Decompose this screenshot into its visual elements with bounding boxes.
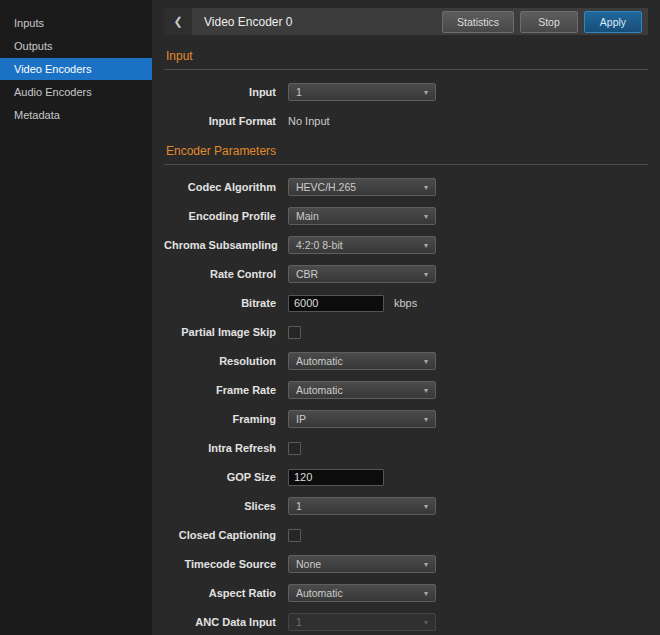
resolution-label: Resolution (164, 355, 276, 367)
input-row: Input 1 ▾ (164, 83, 648, 101)
codec-algorithm-select[interactable]: HEVC/H.265 ▾ (288, 178, 436, 196)
chevron-down-icon: ▾ (424, 560, 428, 569)
frame-rate-value: Automatic (296, 384, 343, 396)
timecode-source-value: None (296, 558, 321, 570)
chevron-down-icon: ▾ (424, 270, 428, 279)
aspect-ratio-select[interactable]: Automatic ▾ (288, 584, 436, 602)
rate-control-select[interactable]: CBR ▾ (288, 265, 436, 283)
input-format-label: Input Format (164, 115, 276, 127)
chroma-subsampling-value: 4:2:0 8-bit (296, 239, 343, 251)
rate-control-value: CBR (296, 268, 318, 280)
gop-size-input[interactable] (288, 469, 384, 486)
partial-image-skip-checkbox[interactable] (288, 326, 301, 339)
intra-refresh-label: Intra Refresh (164, 442, 276, 454)
frame-rate-select[interactable]: Automatic ▾ (288, 381, 436, 399)
resolution-select[interactable]: Automatic ▾ (288, 352, 436, 370)
input-select-value: 1 (296, 86, 302, 98)
encoding-profile-row: Encoding Profile Main ▾ (164, 207, 648, 225)
chevron-down-icon: ▾ (424, 357, 428, 366)
anc-data-input-row: ANC Data Input 1 ▾ (164, 613, 648, 631)
slices-row: Slices 1 ▾ (164, 497, 648, 515)
sidebar-item-metadata[interactable]: Metadata (0, 104, 152, 126)
sidebar-item-audio-encoders[interactable]: Audio Encoders (0, 81, 152, 103)
anc-data-input-select: 1 ▾ (288, 613, 436, 631)
chevron-down-icon: ▾ (424, 415, 428, 424)
partial-image-skip-row: Partial Image Skip (164, 323, 648, 341)
framing-select[interactable]: IP ▾ (288, 410, 436, 428)
codec-algorithm-row: Codec Algorithm HEVC/H.265 ▾ (164, 178, 648, 196)
header-bar: ❮ Video Encoder 0 Statistics Stop Apply (164, 8, 648, 35)
main-panel: ❮ Video Encoder 0 Statistics Stop Apply … (152, 0, 660, 635)
closed-captioning-row: Closed Captioning (164, 526, 648, 544)
framing-value: IP (296, 413, 306, 425)
chevron-down-icon: ▾ (424, 618, 428, 627)
aspect-ratio-row: Aspect Ratio Automatic ▾ (164, 584, 648, 602)
framing-label: Framing (164, 413, 276, 425)
aspect-ratio-label: Aspect Ratio (164, 587, 276, 599)
anc-data-input-label: ANC Data Input (164, 616, 276, 628)
resolution-value: Automatic (296, 355, 343, 367)
frame-rate-row: Frame Rate Automatic ▾ (164, 381, 648, 399)
intra-refresh-row: Intra Refresh (164, 439, 648, 457)
timecode-source-row: Timecode Source None ▾ (164, 555, 648, 573)
chroma-subsampling-label: Chroma Subsampling (164, 239, 276, 251)
encoding-profile-select[interactable]: Main ▾ (288, 207, 436, 225)
section-title-input: Input (164, 49, 648, 70)
frame-rate-label: Frame Rate (164, 384, 276, 396)
input-format-row: Input Format No Input (164, 112, 648, 130)
bitrate-label: Bitrate (164, 297, 276, 309)
anc-data-input-value: 1 (296, 616, 302, 628)
slices-value: 1 (296, 500, 302, 512)
section-title-encoder-parameters: Encoder Parameters (164, 144, 648, 165)
codec-algorithm-label: Codec Algorithm (164, 181, 276, 193)
chevron-down-icon: ▾ (424, 386, 428, 395)
closed-captioning-label: Closed Captioning (164, 529, 276, 541)
chevron-down-icon: ▾ (424, 212, 428, 221)
intra-refresh-checkbox[interactable] (288, 442, 301, 455)
gop-size-label: GOP Size (164, 471, 276, 483)
encoding-profile-label: Encoding Profile (164, 210, 276, 222)
chevron-down-icon: ▾ (424, 183, 428, 192)
timecode-source-label: Timecode Source (164, 558, 276, 570)
partial-image-skip-label: Partial Image Skip (164, 326, 276, 338)
chevron-down-icon: ▾ (424, 502, 428, 511)
aspect-ratio-value: Automatic (296, 587, 343, 599)
stop-button[interactable]: Stop (520, 11, 578, 33)
gop-size-row: GOP Size (164, 468, 648, 486)
chevron-left-icon: ❮ (173, 15, 182, 27)
chevron-down-icon: ▾ (424, 241, 428, 250)
back-button[interactable]: ❮ (164, 8, 192, 35)
chroma-subsampling-row: Chroma Subsampling 4:2:0 8-bit ▾ (164, 236, 648, 254)
sidebar: Inputs Outputs Video Encoders Audio Enco… (0, 0, 152, 635)
timecode-source-select[interactable]: None ▾ (288, 555, 436, 573)
chevron-down-icon: ▾ (424, 589, 428, 598)
chevron-down-icon: ▾ (424, 88, 428, 97)
sidebar-item-video-encoders[interactable]: Video Encoders (0, 58, 152, 80)
page-title: Video Encoder 0 (204, 15, 442, 29)
input-format-value: No Input (288, 115, 330, 127)
header-buttons: Statistics Stop Apply (442, 11, 648, 33)
framing-row: Framing IP ▾ (164, 410, 648, 428)
sidebar-item-inputs[interactable]: Inputs (0, 12, 152, 34)
bitrate-input[interactable] (288, 295, 384, 312)
chroma-subsampling-select[interactable]: 4:2:0 8-bit ▾ (288, 236, 436, 254)
slices-label: Slices (164, 500, 276, 512)
statistics-button[interactable]: Statistics (442, 11, 514, 33)
input-select[interactable]: 1 ▾ (288, 83, 436, 101)
app-root: Inputs Outputs Video Encoders Audio Enco… (0, 0, 660, 635)
bitrate-unit: kbps (394, 297, 417, 309)
rate-control-row: Rate Control CBR ▾ (164, 265, 648, 283)
input-label: Input (164, 86, 276, 98)
encoding-profile-value: Main (296, 210, 319, 222)
bitrate-row: Bitrate kbps (164, 294, 648, 312)
apply-button[interactable]: Apply (584, 11, 642, 33)
slices-select[interactable]: 1 ▾ (288, 497, 436, 515)
resolution-row: Resolution Automatic ▾ (164, 352, 648, 370)
sidebar-item-outputs[interactable]: Outputs (0, 35, 152, 57)
closed-captioning-checkbox[interactable] (288, 529, 301, 542)
rate-control-label: Rate Control (164, 268, 276, 280)
codec-algorithm-value: HEVC/H.265 (296, 181, 356, 193)
